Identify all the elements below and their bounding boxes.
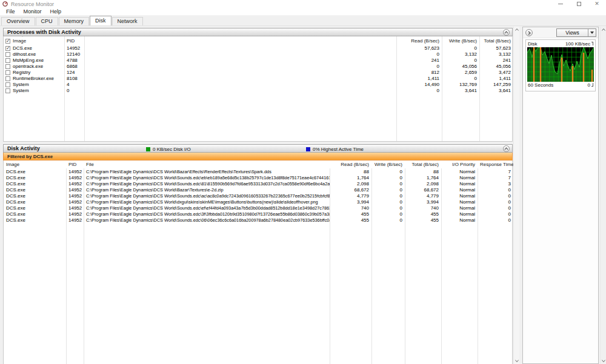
- disk-activity-table-header: ˋ Image PID File Read (B/sec) Write (B/s…: [4, 160, 512, 168]
- process-row[interactable]: opentrack.exe 6868 0 45,056 45,056: [4, 64, 512, 70]
- process-image-name: opentrack.exe: [13, 64, 43, 70]
- minimize-button[interactable]: [551, 0, 570, 8]
- sidebar-scrollbar[interactable]: [600, 27, 606, 364]
- column-header-total[interactable]: Total (B/sec): [405, 162, 441, 168]
- process-row[interactable]: dllhost.exe 12140 0 3,132 3,132: [4, 51, 512, 58]
- process-checkbox[interactable]: [5, 46, 10, 51]
- activity-write: 0: [371, 217, 405, 223]
- expand-pane-button[interactable]: [525, 29, 533, 36]
- window-controls: ✕: [551, 0, 606, 8]
- process-checkbox[interactable]: [5, 88, 10, 93]
- disk-activity-row[interactable]: DCS.exe 14952 C:\Program Files\Eagle Dyn…: [4, 199, 512, 205]
- main-scrollbar[interactable]: [513, 27, 519, 364]
- process-write: 0: [442, 45, 479, 51]
- disk-activity-row[interactable]: DCS.exe 14952 C:\Program Files\Eagle Dyn…: [4, 205, 512, 211]
- process-image-name: RuntimeBroker.exe: [13, 76, 54, 82]
- process-write: 2,659: [442, 70, 479, 76]
- process-write: 3,132: [442, 51, 479, 58]
- column-header-total[interactable]: Total (B/sec): [479, 38, 513, 44]
- menu-monitor[interactable]: Monitor: [19, 8, 46, 15]
- column-header-image[interactable]: Image: [4, 162, 66, 168]
- process-row[interactable]: DCS.exe 14952 57,623 0 57,623: [4, 45, 512, 51]
- disk-graph-card: Disk 100 KB/sec 60 Sec: [525, 39, 596, 91]
- process-row[interactable]: RuntimeBroker.exe 8108 1,411 0 1,411: [4, 76, 512, 82]
- column-header-file[interactable]: File: [84, 162, 330, 168]
- scroll-up-button[interactable]: [514, 27, 520, 33]
- column-header-read[interactable]: Read (B/sec): [396, 38, 442, 44]
- process-image-name: MsMpEng.exe: [13, 58, 44, 64]
- maximize-button[interactable]: [570, 0, 588, 8]
- activity-file-path: C:\Program Files\Eagle Dynamics\DCS Worl…: [84, 175, 330, 181]
- menu-file[interactable]: File: [2, 8, 19, 15]
- disk-activity-row[interactable]: DCS.exe 14952 C:\Program Files\Eagle Dyn…: [4, 169, 512, 175]
- activity-write: 0: [371, 205, 405, 211]
- disk-activity-row[interactable]: DCS.exe 14952 C:\Program Files\Eagle Dyn…: [4, 217, 512, 223]
- process-checkbox[interactable]: [5, 76, 10, 81]
- column-header-image-label: Image: [13, 38, 26, 44]
- disk-activity-collapse-button[interactable]: [503, 145, 510, 152]
- activity-response-time: 0: [478, 187, 513, 193]
- tab-memory[interactable]: Memory: [59, 17, 90, 25]
- activity-read: 4,779: [330, 193, 371, 199]
- process-checkbox[interactable]: [5, 58, 10, 63]
- process-write: 45,056: [442, 64, 479, 70]
- activity-response-time: 0: [478, 205, 513, 211]
- column-header-priority[interactable]: I/O Priority: [441, 162, 478, 168]
- disk-activity-row[interactable]: DCS.exe 14952 C:\Program Files\Eagle Dyn…: [4, 187, 512, 193]
- activity-pid: 14952: [66, 205, 84, 211]
- column-header-pid[interactable]: PID: [66, 162, 84, 168]
- disk-activity-row[interactable]: DCS.exe 14952 C:\Program Files\Eagle Dyn…: [4, 193, 512, 199]
- column-header-pid[interactable]: PID: [64, 38, 84, 44]
- activity-image-name: DCS.exe: [4, 211, 66, 217]
- activity-read: 1,764: [330, 175, 371, 181]
- activity-total: 455: [405, 211, 441, 217]
- disk-activity-row[interactable]: DCS.exe 14952 C:\Program Files\Eagle Dyn…: [4, 181, 512, 187]
- scroll-down-button[interactable]: [601, 358, 606, 364]
- tab-disk[interactable]: Disk: [90, 16, 112, 25]
- disk-activity-table: DCS.exe 14952 C:\Program Files\Eagle Dyn…: [3, 168, 513, 364]
- process-image-name: DCS.exe: [13, 45, 32, 51]
- column-header-write[interactable]: Write (B/sec): [371, 162, 405, 168]
- scroll-up-button[interactable]: [601, 27, 606, 33]
- activity-response-time: 0: [478, 211, 513, 217]
- tab-network[interactable]: Network: [112, 17, 143, 25]
- activity-write: 0: [371, 211, 405, 217]
- close-button[interactable]: ✕: [588, 0, 606, 8]
- activity-file-path: C:\Program Files\Eagle Dynamics\DCS Worl…: [84, 181, 330, 187]
- activity-file-path: C:\Program Files\Eagle Dynamics\DCS Worl…: [84, 169, 330, 175]
- activity-pid: 14952: [66, 193, 84, 199]
- activity-pid: 14952: [66, 211, 84, 217]
- axis-bracket-top: [591, 42, 593, 45]
- menu-help[interactable]: Help: [46, 8, 66, 15]
- select-all-checkbox[interactable]: [5, 39, 10, 44]
- column-header-image[interactable]: Image: [4, 38, 64, 44]
- column-header-write[interactable]: Write (B/sec): [442, 38, 479, 44]
- column-header-read[interactable]: Read (B/sec): [330, 162, 371, 168]
- process-row[interactable]: Registry 124 812 2,659 3,472: [4, 70, 512, 76]
- process-row[interactable]: System 4 14,490 132,769 147,259: [4, 82, 512, 88]
- maximize-icon: [577, 2, 581, 6]
- tab-overview[interactable]: Overview: [1, 17, 35, 25]
- process-row[interactable]: MsMpEng.exe 4788 241 0 241: [4, 58, 512, 64]
- disk-activity-row[interactable]: DCS.exe 14952 C:\Program Files\Eagle Dyn…: [4, 211, 512, 217]
- process-row[interactable]: System 0 0 3,641 3,641: [4, 88, 512, 94]
- disk-usage-graph: [527, 47, 594, 82]
- views-dropdown-button[interactable]: Views: [556, 28, 596, 37]
- process-checkbox[interactable]: [5, 52, 10, 57]
- disk-activity-row[interactable]: DCS.exe 14952 C:\Program Files\Eagle Dyn…: [4, 175, 512, 181]
- tab-cpu[interactable]: CPU: [36, 17, 58, 25]
- minimize-icon: [558, 4, 563, 4]
- scroll-down-button[interactable]: [514, 358, 520, 364]
- activity-file-path: C:\Program Files\Eagle Dynamics\DCS Worl…: [84, 205, 330, 211]
- process-checkbox[interactable]: [5, 64, 10, 69]
- process-checkbox[interactable]: [5, 70, 10, 75]
- sort-ascending-icon: ˊ: [22, 36, 23, 39]
- activity-total: 740: [405, 205, 441, 211]
- activity-image-name: DCS.exe: [4, 193, 66, 199]
- processes-table: ˊ Image PID Read (B/sec) Write (B/sec) T…: [3, 36, 513, 142]
- disk-io-legend: 0 KB/sec Disk I/O: [146, 145, 191, 153]
- window-title: Resource Monitor: [11, 1, 54, 7]
- process-checkbox[interactable]: [5, 82, 10, 87]
- resource-monitor-icon: [2, 1, 8, 7]
- processes-collapse-button[interactable]: [503, 29, 510, 36]
